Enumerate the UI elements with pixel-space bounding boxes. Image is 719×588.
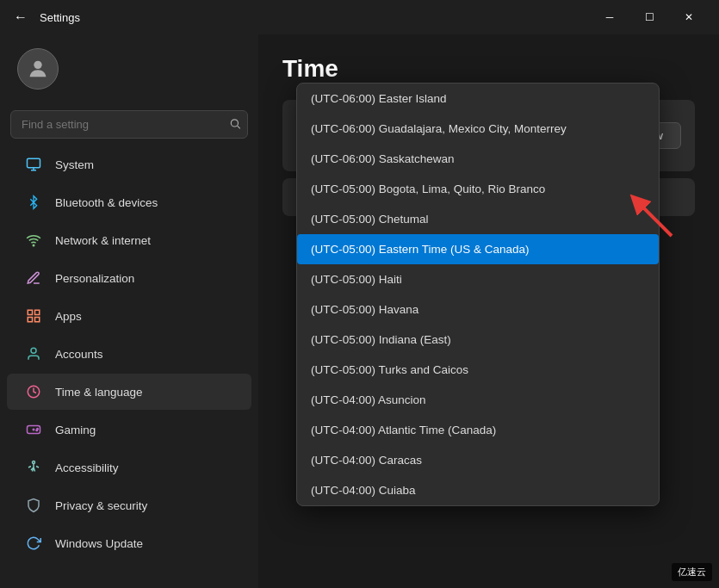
personalization-icon (24, 269, 43, 288)
svg-line-2 (238, 126, 240, 128)
bluetooth-icon (24, 193, 43, 212)
dropdown-item-atlantic[interactable]: (UTC-04:00) Atlantic Time (Canada) (297, 415, 659, 445)
search-input[interactable] (10, 110, 248, 139)
dropdown-item-asuncion[interactable]: (UTC-04:00) Asuncion (297, 385, 659, 415)
timezone-dropdown[interactable]: (UTC-06:00) Easter Island(UTC-06:00) Gua… (296, 83, 660, 506)
close-button[interactable]: ✕ (669, 3, 709, 31)
watermark: 亿速云 (672, 563, 712, 581)
svg-point-18 (33, 461, 35, 464)
sidebar-item-label-bluetooth: Bluetooth & devices (55, 196, 158, 209)
page-title: Time (282, 55, 695, 83)
right-panel: Time Sync now Last successful time synch… (258, 34, 719, 588)
svg-rect-8 (35, 310, 40, 314)
accounts-icon (24, 344, 43, 363)
sidebar-item-label-accessibility: Accessibility (55, 461, 119, 474)
search-box (10, 110, 248, 139)
svg-point-1 (231, 119, 238, 126)
sidebar-item-gaming[interactable]: Gaming (7, 412, 251, 448)
sidebar-item-accessibility[interactable]: Accessibility (7, 449, 251, 486)
maximize-button[interactable]: ☐ (629, 3, 669, 31)
svg-point-6 (33, 244, 34, 246)
sidebar-item-privacy[interactable]: Privacy & security (7, 487, 251, 523)
dropdown-item-bogota[interactable]: (UTC-05:00) Bogota, Lima, Quito, Rio Bra… (297, 174, 659, 204)
sidebar-item-personalization[interactable]: Personalization (7, 260, 251, 296)
sidebar-item-system[interactable]: System (7, 146, 251, 183)
sidebar-item-label-privacy: Privacy & security (55, 499, 147, 512)
dropdown-item-easter-island[interactable]: (UTC-06:00) Easter Island (297, 84, 659, 114)
dropdown-item-havana[interactable]: (UTC-05:00) Havana (297, 294, 659, 325)
title-bar-title: Settings (40, 11, 80, 24)
update-icon (24, 534, 43, 553)
privacy-icon (24, 496, 43, 515)
search-button[interactable] (229, 117, 241, 132)
dropdown-item-caracas[interactable]: (UTC-04:00) Caracas (297, 445, 659, 475)
dropdown-item-chetumal[interactable]: (UTC-05:00) Chetumal (297, 204, 659, 234)
sidebar-item-accounts[interactable]: Accounts (7, 336, 251, 372)
apps-icon (24, 306, 43, 325)
svg-point-0 (34, 61, 41, 69)
svg-point-17 (36, 430, 38, 431)
sidebar-item-label-personalization: Personalization (55, 272, 134, 285)
sidebar-item-label-accounts: Accounts (55, 348, 103, 361)
svg-point-11 (31, 348, 36, 353)
time-icon (24, 382, 43, 401)
network-icon (24, 231, 43, 250)
svg-rect-10 (35, 318, 40, 322)
main-content: System Bluetooth & devices Network & int… (0, 34, 719, 588)
sidebar-item-label-update: Windows Update (55, 537, 143, 550)
sidebar: System Bluetooth & devices Network & int… (0, 34, 258, 588)
title-bar-controls: ─ ☐ ✕ (590, 3, 709, 31)
sidebar-item-label-gaming: Gaming (55, 424, 96, 436)
sidebar-item-label-time: Time & language (55, 386, 143, 399)
sidebar-item-bluetooth[interactable]: Bluetooth & devices (7, 184, 251, 220)
dropdown-item-eastern[interactable]: (UTC-05:00) Eastern Time (US & Canada) (297, 234, 659, 264)
dropdown-item-indiana[interactable]: (UTC-05:00) Indiana (East) (297, 325, 659, 355)
sidebar-item-apps[interactable]: Apps (7, 298, 251, 334)
sidebar-item-label-system: System (55, 158, 94, 171)
svg-rect-9 (28, 318, 32, 322)
dropdown-item-turks[interactable]: (UTC-05:00) Turks and Caicos (297, 355, 659, 385)
title-bar-left: ← Settings (10, 6, 80, 28)
svg-rect-3 (28, 158, 40, 168)
system-icon (24, 155, 43, 174)
avatar (17, 48, 59, 90)
sidebar-item-time[interactable]: Time & language (7, 374, 251, 410)
title-bar: ← Settings ─ ☐ ✕ (0, 0, 719, 34)
svg-rect-7 (28, 310, 32, 314)
user-icon (26, 57, 50, 81)
gaming-icon (24, 420, 43, 439)
sidebar-item-network[interactable]: Network & internet (7, 222, 251, 258)
dropdown-item-haiti[interactable]: (UTC-05:00) Haiti (297, 264, 659, 294)
sidebar-profile (0, 34, 258, 103)
sidebar-item-update[interactable]: Windows Update (7, 525, 251, 561)
accessibility-icon (24, 458, 43, 477)
sidebar-item-label-network: Network & internet (55, 234, 151, 247)
dropdown-item-cuiaba[interactable]: (UTC-04:00) Cuiaba (297, 475, 659, 505)
minimize-button[interactable]: ─ (590, 3, 629, 31)
dropdown-item-guadalajara[interactable]: (UTC-06:00) Guadalajara, Mexico City, Mo… (297, 114, 659, 144)
sidebar-item-label-apps: Apps (55, 310, 82, 323)
dropdown-item-saskatchewan[interactable]: (UTC-06:00) Saskatchewan (297, 144, 659, 174)
back-button[interactable]: ← (10, 6, 31, 28)
